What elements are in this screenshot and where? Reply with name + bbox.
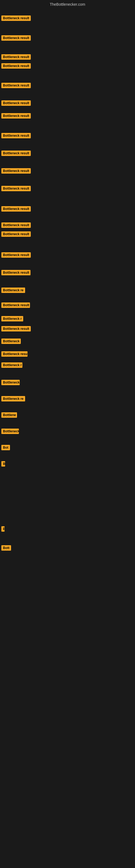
bottleneck-result-row: Bottleneck result [1, 222, 31, 229]
bottleneck-badge[interactable]: Bottleneck result [1, 222, 31, 228]
bottleneck-result-row: B [1, 461, 5, 468]
bottleneck-result-row: Bottleneck result [1, 16, 31, 22]
bottleneck-badge[interactable]: B [1, 526, 5, 532]
bottleneck-badge[interactable]: Bot [1, 445, 10, 450]
site-title: TheBottlenecker.com [0, 2, 135, 6]
bottleneck-badge[interactable]: Bottleneck result [1, 351, 28, 357]
bottleneck-result-row: Bottleneck [1, 339, 21, 345]
bottleneck-badge[interactable]: Bottleneck result [1, 303, 30, 308]
bottleneck-badge[interactable]: Bottleneck result [1, 206, 31, 212]
bottleneck-badge[interactable]: Bott [1, 545, 11, 551]
bottleneck-result-row: Bottleneck result [1, 252, 31, 259]
bottleneck-badge[interactable]: Bottleneck re [1, 396, 25, 401]
bottleneck-badge[interactable]: Bottleneck result [1, 54, 31, 60]
bottleneck-result-row: Bot [1, 445, 10, 452]
bottleneck-badge[interactable]: Bottleneck result [1, 252, 31, 258]
bottleneck-result-row: Bottleneck [1, 429, 19, 435]
bottleneck-result-row: Bottleneck result [1, 151, 31, 157]
bottleneck-result-row: Bottleneck result [1, 63, 31, 70]
bottleneck-badge[interactable]: Bottleneck [1, 380, 20, 385]
bottleneck-badge[interactable]: Bottleneck result [1, 83, 31, 88]
bottleneck-badge[interactable]: Bottleneck result [1, 113, 31, 119]
bottleneck-result-row: Bottleneck r [1, 316, 23, 322]
bottleneck-badge[interactable]: Bottleneck result [1, 326, 31, 332]
bottleneck-badge[interactable]: Bottleneck [1, 429, 19, 434]
bottleneck-result-row: Bottleneck result [1, 83, 31, 89]
bottleneck-result-row: Bottleneck result [1, 168, 31, 175]
bottleneck-result-row: Bottleneck result [1, 270, 31, 276]
bottleneck-result-row: Bottleneck result [1, 231, 31, 238]
bottleneck-result-row: Bottleneck result [1, 351, 28, 358]
bottleneck-result-row: Bottleneck result [1, 54, 31, 61]
bottleneck-badge[interactable]: Bottleneck result [1, 16, 31, 21]
bottleneck-result-row: Bottleneck result [1, 186, 31, 192]
bottleneck-badge[interactable]: Bottleneck result [1, 63, 31, 69]
bottleneck-result-row: Bottleneck result [1, 113, 31, 120]
bottleneck-result-row: Bottleneck r [1, 362, 22, 369]
bottleneck-badge[interactable]: Bottleneck result [1, 133, 31, 138]
bottleneck-badge[interactable]: Bottleneck r [1, 316, 23, 321]
bottleneck-result-row: Bottleneck result [1, 326, 31, 333]
bottleneck-badge[interactable]: Bottleneck result [1, 231, 31, 237]
bottleneck-result-row: Bottleneck [1, 380, 20, 386]
bottleneck-result-row: Bottleneck result [1, 100, 31, 107]
bottleneck-badge[interactable]: Bottleneck [1, 339, 21, 344]
bottleneck-badge[interactable]: Bottleneck result [1, 100, 31, 106]
bottleneck-result-row: Bottleneck result [1, 206, 31, 213]
bottleneck-badge[interactable]: Bottleneck result [1, 35, 31, 41]
bottleneck-result-row: B [1, 526, 5, 533]
bottleneck-badge[interactable]: Bottlene [1, 412, 17, 418]
bottleneck-result-row: Bott [1, 545, 11, 552]
bottleneck-badge[interactable]: Bottleneck re [1, 287, 25, 293]
bottleneck-result-row: Bottleneck re [1, 396, 25, 403]
bottleneck-badge[interactable]: Bottleneck result [1, 151, 31, 156]
bottleneck-result-row: Bottleneck result [1, 133, 31, 140]
bottleneck-result-row: Bottleneck result [1, 35, 31, 42]
bottleneck-badge[interactable]: Bottleneck result [1, 270, 31, 275]
bottleneck-result-row: Bottlene [1, 412, 17, 419]
bottleneck-result-row: Bottleneck result [1, 303, 30, 309]
bottleneck-badge[interactable]: Bottleneck r [1, 362, 22, 368]
bottleneck-badge[interactable]: Bottleneck result [1, 186, 31, 191]
bottleneck-badge[interactable]: B [1, 461, 5, 467]
bottleneck-result-row: Bottleneck re [1, 287, 25, 294]
bottleneck-badge[interactable]: Bottleneck result [1, 168, 31, 174]
